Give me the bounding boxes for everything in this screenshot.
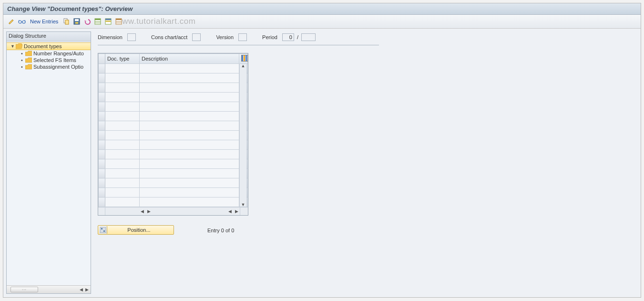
table-row[interactable] <box>99 150 248 159</box>
scrollbar-handle[interactable]: ••• <box>10 287 38 292</box>
row-selector[interactable] <box>99 169 105 178</box>
copy-icon[interactable] <box>62 17 71 26</box>
table-row[interactable] <box>99 188 248 197</box>
cell-description[interactable] <box>140 188 239 197</box>
cell-doc-type[interactable] <box>105 102 140 112</box>
table-row[interactable] <box>99 197 248 207</box>
table-row[interactable] <box>99 121 248 131</box>
row-selector[interactable] <box>99 178 105 188</box>
row-selector[interactable] <box>99 131 105 140</box>
table-row[interactable] <box>99 140 248 150</box>
cell-doc-type[interactable] <box>105 197 140 207</box>
row-selector[interactable] <box>99 121 105 131</box>
tree-root-document-types[interactable]: ▼ Document types <box>7 42 91 50</box>
row-selector[interactable] <box>99 93 105 102</box>
new-entries-button[interactable]: New Entries <box>28 18 60 25</box>
row-selector[interactable] <box>99 150 105 159</box>
tree-horizontal-scrollbar[interactable]: ••• ◀ ▶ <box>7 285 91 293</box>
scroll-down-icon[interactable]: ▼ <box>240 202 246 207</box>
cell-description[interactable] <box>140 121 239 131</box>
cell-description[interactable] <box>140 140 239 150</box>
grid-horizontal-scrollbar[interactable]: ◀ ▶ ◀ ▶ <box>98 207 248 215</box>
tree-item-selected-fs-items[interactable]: • Selected FS Items <box>7 57 91 63</box>
cell-description[interactable] <box>140 197 239 207</box>
cell-doc-type[interactable] <box>105 121 140 131</box>
tree-collapse-icon[interactable]: ▼ <box>10 44 14 49</box>
folder-icon <box>25 51 32 56</box>
row-selector[interactable] <box>99 64 105 73</box>
table-row[interactable] <box>99 131 248 140</box>
cell-doc-type[interactable] <box>105 150 140 159</box>
cell-description[interactable] <box>140 112 239 121</box>
cell-description[interactable] <box>140 169 239 178</box>
cell-doc-type[interactable] <box>105 159 140 169</box>
cell-doc-type[interactable] <box>105 112 140 121</box>
scroll-right-icon[interactable]: ▶ <box>84 287 90 292</box>
tree-item-subassignment-option[interactable]: • Subassignment Optio <box>7 63 91 70</box>
scroll-right-icon[interactable]: ▶ <box>233 208 240 214</box>
table-row[interactable] <box>99 83 248 93</box>
cell-doc-type[interactable] <box>105 140 140 150</box>
table-row[interactable] <box>99 159 248 169</box>
table-row[interactable] <box>99 112 248 121</box>
cell-description[interactable] <box>140 102 239 112</box>
cell-description[interactable] <box>140 178 239 188</box>
row-selector[interactable] <box>99 197 105 207</box>
period-sub-input[interactable] <box>301 33 316 41</box>
tree-label: Subassignment Optio <box>33 64 83 70</box>
row-selector[interactable] <box>99 83 105 93</box>
row-selector[interactable] <box>99 102 105 112</box>
row-selector[interactable] <box>99 159 105 169</box>
table-row[interactable] <box>99 73 248 83</box>
deselect-all-icon[interactable] <box>114 17 123 26</box>
cell-doc-type[interactable] <box>105 64 140 73</box>
cell-description[interactable] <box>140 150 239 159</box>
svg-rect-6 <box>75 22 78 24</box>
save-variant-icon[interactable] <box>72 17 81 26</box>
cell-doc-type[interactable] <box>105 73 140 83</box>
tree-item-number-ranges[interactable]: • Number Ranges/Auto <box>7 50 91 57</box>
conschart-input[interactable] <box>192 33 201 41</box>
select-all-icon[interactable] <box>93 17 102 26</box>
scroll-left-icon[interactable]: ◀ <box>226 208 233 214</box>
row-selector[interactable] <box>99 140 105 150</box>
table-row[interactable] <box>99 178 248 188</box>
row-selector[interactable] <box>99 188 105 197</box>
period-input[interactable] <box>282 33 294 41</box>
table-row[interactable] <box>99 169 248 178</box>
scroll-left-icon[interactable]: ◀ <box>139 208 145 214</box>
grid-col-doc-type[interactable]: Doc. type <box>105 54 140 64</box>
change-icon[interactable] <box>7 17 16 26</box>
version-input[interactable] <box>238 33 247 41</box>
cell-description[interactable] <box>140 93 239 102</box>
cell-description[interactable] <box>140 131 239 140</box>
cell-doc-type[interactable] <box>105 131 140 140</box>
cell-description[interactable] <box>140 64 239 73</box>
table-row[interactable] <box>99 64 248 73</box>
cell-doc-type[interactable] <box>105 178 140 188</box>
scroll-up-icon[interactable]: ▲ <box>240 63 246 68</box>
grid-col-description[interactable]: Description <box>140 54 239 64</box>
cell-doc-type[interactable] <box>105 83 140 93</box>
cell-description[interactable] <box>140 159 239 169</box>
grid-configure-icon[interactable] <box>239 54 248 64</box>
glasses-icon[interactable] <box>18 17 26 26</box>
position-button-label: Position... <box>110 227 173 233</box>
undo-icon[interactable] <box>83 17 92 26</box>
row-selector[interactable] <box>99 73 105 83</box>
table-row[interactable] <box>99 102 248 112</box>
cell-doc-type[interactable] <box>105 169 140 178</box>
grid-vertical-scrollbar[interactable]: ▲ ▼ <box>239 64 247 207</box>
select-block-icon[interactable] <box>104 17 112 26</box>
row-selector[interactable] <box>99 112 105 121</box>
table-row[interactable] <box>99 93 248 102</box>
position-button[interactable]: Position... <box>98 225 174 235</box>
grid-select-all-header[interactable] <box>99 54 105 64</box>
dimension-input[interactable] <box>127 33 136 41</box>
scroll-left-icon[interactable]: ◀ <box>78 287 84 292</box>
cell-description[interactable] <box>140 83 239 93</box>
cell-doc-type[interactable] <box>105 188 140 197</box>
cell-description[interactable] <box>140 73 239 83</box>
scroll-right-icon[interactable]: ▶ <box>145 208 152 214</box>
cell-doc-type[interactable] <box>105 93 140 102</box>
